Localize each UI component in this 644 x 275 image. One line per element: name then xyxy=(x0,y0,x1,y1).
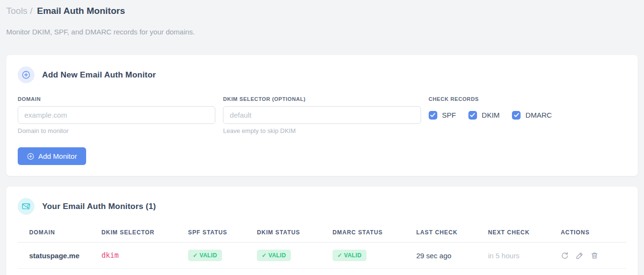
domain-field-group: DOMAIN Domain to monitor xyxy=(18,96,215,134)
col-header-next-check: NEXT CHECK xyxy=(488,222,561,242)
add-monitor-card-header: Add New Email Auth Monitor xyxy=(18,66,626,83)
dkim-selector-field-helper: Leave empty to skip DKIM xyxy=(223,127,421,134)
dmarc-status-badge: ✓ VALID xyxy=(333,250,366,261)
monitor-dkim-selector: dkim xyxy=(101,242,188,269)
dkim-status-badge: ✓ VALID xyxy=(257,250,291,261)
domain-input[interactable] xyxy=(18,106,215,124)
check-records-options: SPF DKIM DMARC xyxy=(429,106,626,124)
spf-checkbox-label: SPF xyxy=(442,111,456,119)
table-header-row: DOMAIN DKIM SELECTOR SPF STATUS DKIM STA… xyxy=(18,222,626,242)
edit-icon[interactable] xyxy=(576,252,584,260)
dmarc-checkbox[interactable]: DMARC xyxy=(512,111,552,120)
delete-icon[interactable] xyxy=(590,252,599,260)
dmarc-checkbox-label: DMARC xyxy=(525,111,552,119)
monitors-card-title: Your Email Auth Monitors (1) xyxy=(42,202,156,211)
domain-field-label: DOMAIN xyxy=(18,96,215,102)
checkbox-check-icon xyxy=(429,111,437,120)
col-header-spf-status: SPF STATUS xyxy=(188,222,257,242)
monitors-card-header: Your Email Auth Monitors (1) xyxy=(18,198,626,215)
table-row: statuspage.me dkim ✓ VALID ✓ VALID ✓ VAL… xyxy=(18,242,626,269)
domain-field-helper: Domain to monitor xyxy=(18,127,215,134)
plus-circle-icon xyxy=(27,153,34,160)
col-header-domain: DOMAIN xyxy=(18,222,101,242)
page: Tools / Email Auth Monitors Monitor DKIM… xyxy=(0,0,644,275)
col-header-actions: ACTIONS xyxy=(561,222,626,242)
col-header-last-check: LAST CHECK xyxy=(416,222,488,242)
page-title: Email Auth Monitors xyxy=(37,6,125,16)
add-monitor-form: DOMAIN Domain to monitor DKIM SELECTOR (… xyxy=(18,96,626,134)
col-header-dkim-selector: DKIM SELECTOR xyxy=(101,222,188,242)
email-check-icon xyxy=(18,198,34,215)
add-monitor-card: Add New Email Auth Monitor DOMAIN Domain… xyxy=(6,55,638,176)
plus-circle-icon xyxy=(18,66,34,83)
check-records-group: CHECK RECORDS SPF DKIM xyxy=(429,96,626,134)
dkim-selector-field-group: DKIM SELECTOR (OPTIONAL) Leave empty to … xyxy=(223,96,421,134)
dkim-checkbox-label: DKIM xyxy=(482,111,500,119)
add-monitor-button[interactable]: Add Monitor xyxy=(18,147,86,165)
dkim-checkbox[interactable]: DKIM xyxy=(468,111,500,120)
page-subtitle: Monitor DKIM, SPF, and DMARC records for… xyxy=(6,28,638,36)
breadcrumb-section[interactable]: Tools xyxy=(6,6,27,16)
dkim-selector-input[interactable] xyxy=(223,106,421,124)
refresh-icon[interactable] xyxy=(561,252,569,260)
check-records-label: CHECK RECORDS xyxy=(429,96,626,102)
dkim-selector-field-label: DKIM SELECTOR (OPTIONAL) xyxy=(223,96,421,102)
add-monitor-card-title: Add New Email Auth Monitor xyxy=(42,70,156,80)
breadcrumb: Tools / Email Auth Monitors xyxy=(6,5,638,17)
monitor-last-check: 29 sec ago xyxy=(416,242,488,269)
spf-checkbox[interactable]: SPF xyxy=(429,111,456,120)
checkbox-check-icon xyxy=(512,111,521,120)
col-header-dmarc-status: DMARC STATUS xyxy=(333,222,416,242)
row-actions xyxy=(561,252,622,260)
monitors-card: Your Email Auth Monitors (1) DOMAIN DKIM… xyxy=(6,187,638,275)
add-monitor-button-label: Add Monitor xyxy=(38,152,77,160)
monitor-next-check: in 5 hours xyxy=(488,242,561,269)
breadcrumb-separator: / xyxy=(30,6,33,16)
monitor-domain: statuspage.me xyxy=(18,242,101,269)
checkbox-check-icon xyxy=(468,111,477,120)
spf-status-badge: ✓ VALID xyxy=(188,250,222,261)
monitors-table: DOMAIN DKIM SELECTOR SPF STATUS DKIM STA… xyxy=(18,222,626,269)
col-header-dkim-status: DKIM STATUS xyxy=(257,222,333,242)
